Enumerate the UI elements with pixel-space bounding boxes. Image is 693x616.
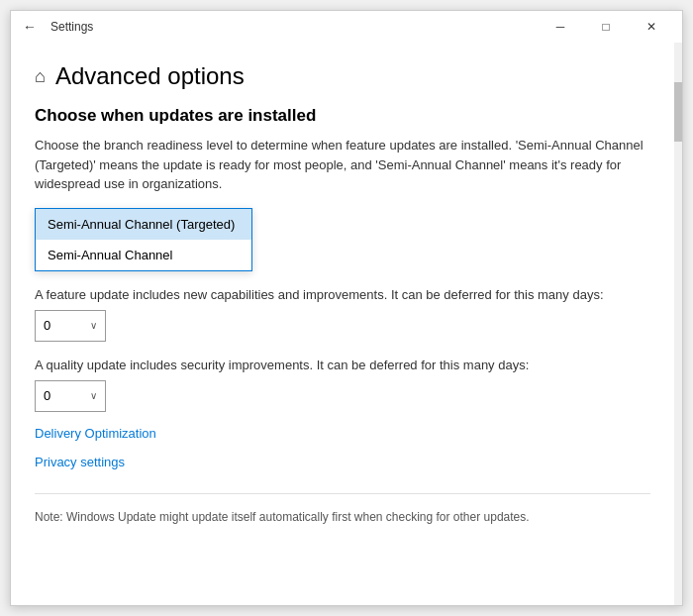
quality-update-value: 0	[44, 388, 50, 403]
feature-update-value: 0	[44, 318, 50, 333]
page-header: ⌂ Advanced options	[35, 62, 650, 90]
main-content: ⌂ Advanced options Choose when updates a…	[11, 43, 674, 605]
home-icon: ⌂	[35, 66, 46, 87]
quality-update-dropdown[interactable]: 0 ∨	[35, 380, 106, 412]
scrollbar-thumb[interactable]	[674, 82, 682, 142]
feature-update-chevron-icon: ∨	[90, 320, 97, 331]
title-bar: ← Settings ─ □ ✕	[11, 11, 682, 43]
close-button[interactable]: ✕	[629, 11, 674, 43]
feature-update-dropdown[interactable]: 0 ∨	[35, 310, 106, 342]
quality-update-chevron-icon: ∨	[90, 390, 97, 401]
quality-update-label: A quality update includes security impro…	[35, 358, 650, 372]
scrollbar[interactable]	[674, 43, 682, 605]
maximize-button[interactable]: □	[583, 11, 629, 43]
back-button[interactable]: ←	[19, 15, 41, 39]
privacy-settings-link[interactable]: Privacy settings	[35, 455, 650, 469]
feature-update-label: A feature update includes new capabiliti…	[35, 287, 650, 302]
channel-dropdown-container[interactable]: Semi-Annual Channel (Targeted) Semi-Annu…	[35, 208, 252, 271]
content-area: ⌂ Advanced options Choose when updates a…	[11, 43, 682, 605]
delivery-optimization-link[interactable]: Delivery Optimization	[35, 426, 650, 441]
window-title: Settings	[50, 20, 538, 34]
channel-dropdown[interactable]: Semi-Annual Channel (Targeted) Semi-Annu…	[35, 208, 252, 271]
page-title: Advanced options	[55, 62, 245, 90]
settings-window: ← Settings ─ □ ✕ ⌂ Advanced options Choo…	[10, 10, 683, 606]
window-controls: ─ □ ✕	[538, 11, 674, 43]
channel-option-standard[interactable]: Semi-Annual Channel	[36, 240, 251, 270]
channel-option-targeted[interactable]: Semi-Annual Channel (Targeted)	[36, 209, 251, 240]
section-title: Choose when updates are installed	[35, 106, 650, 126]
quality-update-section: A quality update includes security impro…	[35, 358, 650, 412]
description-text: Choose the branch readiness level to det…	[35, 136, 650, 194]
minimize-button[interactable]: ─	[538, 11, 583, 43]
note-text: Note: Windows Update might update itself…	[35, 493, 650, 526]
